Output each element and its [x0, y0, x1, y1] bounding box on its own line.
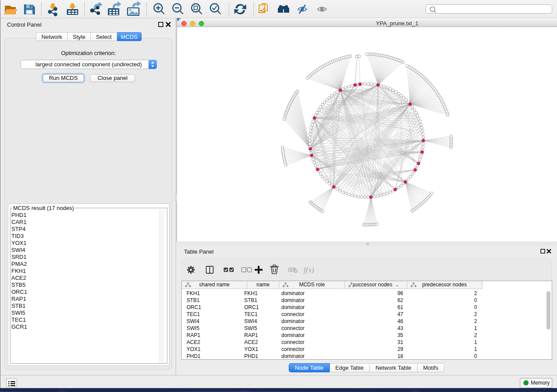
svg-text:f(x): f(x) [304, 266, 314, 274]
